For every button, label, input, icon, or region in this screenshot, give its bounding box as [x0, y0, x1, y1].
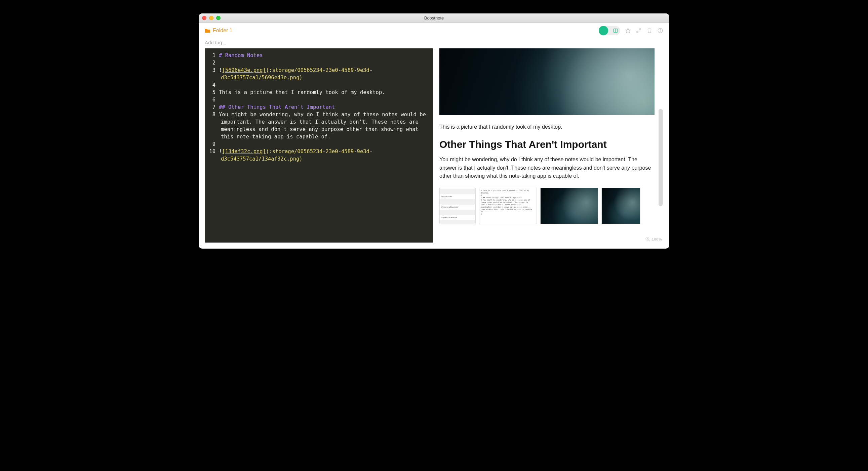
window-controls	[202, 16, 220, 20]
app-window: Boostnote Folder 1 123 45678 910 # Rando…	[199, 13, 669, 248]
zoom-value: 100%	[652, 237, 662, 241]
svg-point-5	[660, 30, 660, 30]
thumbnail-fractal-2	[601, 188, 641, 224]
preview-thumbnails: Random Notes Welcome to Boostnote! Snipp…	[439, 188, 654, 224]
toolbar: Folder 1	[199, 23, 669, 38]
markdown-editor[interactable]: 123 45678 910 # Random Notes ![5696e43e.…	[205, 48, 433, 242]
folder-name: Folder 1	[213, 28, 232, 34]
svg-marker-2	[626, 28, 631, 33]
minimize-window-button[interactable]	[209, 16, 214, 20]
preview-heading: Other Things That Aren't Important	[439, 139, 654, 150]
content-area: 123 45678 910 # Random Notes ![5696e43e.…	[199, 48, 669, 248]
svg-line-7	[649, 240, 650, 241]
thumbnail-fractal-1	[540, 188, 598, 224]
toolbar-actions	[599, 26, 663, 35]
folder-breadcrumb[interactable]: Folder 1	[205, 28, 232, 34]
zoom-window-button[interactable]	[216, 16, 220, 20]
info-icon[interactable]	[657, 28, 663, 34]
editor-code[interactable]: # Random Notes ![5696e43e.png](:storage/…	[219, 52, 430, 239]
titlebar: Boostnote	[199, 13, 669, 23]
star-icon[interactable]	[625, 28, 631, 34]
markdown-preview: This is a picture that I randomly took o…	[439, 48, 663, 242]
window-title: Boostnote	[424, 15, 444, 21]
folder-icon	[205, 28, 211, 33]
zoom-in-icon	[645, 236, 651, 242]
trash-icon[interactable]	[647, 28, 652, 34]
zoom-indicator[interactable]: 100%	[645, 236, 662, 242]
thumbnail-notelist: Random Notes Welcome to Boostnote! Snipp…	[439, 188, 476, 224]
view-mode-toggle[interactable]	[599, 26, 620, 35]
preview-hero-image	[439, 48, 654, 115]
preview-body: You might be wondering, why do I think a…	[439, 156, 654, 180]
thumbnail-editor: 5 This is a picture that I randomly took…	[479, 188, 537, 224]
expand-icon[interactable]	[636, 28, 642, 34]
close-window-button[interactable]	[202, 16, 207, 20]
tag-row	[199, 38, 669, 48]
preview-caption: This is a picture that I randomly took o…	[439, 123, 654, 131]
toggle-knob	[599, 26, 608, 35]
split-view-icon	[613, 28, 618, 33]
preview-scrollbar[interactable]	[658, 109, 662, 206]
tag-input[interactable]	[205, 40, 272, 45]
editor-gutter: 123 45678 910	[206, 52, 219, 239]
